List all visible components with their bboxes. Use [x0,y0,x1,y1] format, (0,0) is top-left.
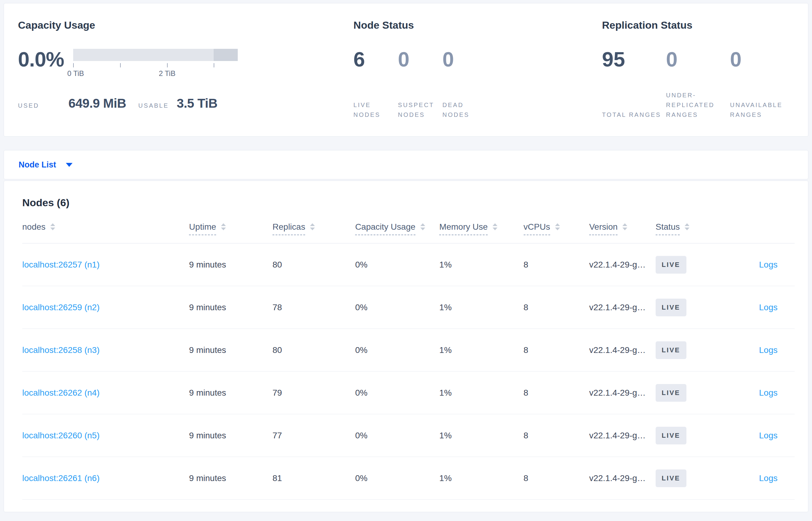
uptime-cell: 9 minutes [189,371,272,414]
unavailable-ranges-label: UNAVAILABLE RANGES [730,100,791,119]
logs-cell: Logs [726,286,795,329]
logs-link[interactable]: Logs [759,473,778,483]
dead-nodes-value: 0 [443,49,487,70]
node-address-cell: localhost:26262 (n4) [22,371,189,414]
capacity-usage-cell: 0% [355,457,439,500]
status-cell: LIVE [655,329,726,371]
version-cell: v22.1.4-29-g… [589,244,655,286]
node-link[interactable]: localhost:26259 (n2) [22,302,100,312]
status-cell: LIVE [655,457,726,500]
node-link[interactable]: localhost:26257 (n1) [22,260,100,269]
column-header-memory-use[interactable]: Memory Use [439,222,523,244]
replicas-cell: 80 [272,329,355,371]
axis-tick [73,63,74,67]
logs-link[interactable]: Logs [759,302,778,312]
vcpus-cell: 8 [524,329,589,371]
capacity-percent-value: 0.0% [18,49,64,70]
memory-use-cell: 1% [439,329,523,371]
column-header-version[interactable]: Version [589,222,655,244]
column-header-status[interactable]: Status [655,222,726,244]
axis-tick-label: 2 TiB [159,69,175,78]
node-address-cell: localhost:26261 (n6) [22,457,189,500]
status-cell: LIVE [655,286,726,329]
table-header-row: nodes Uptime Replicas Capacity Usage Mem… [22,222,795,244]
logs-link[interactable]: Logs [759,260,778,269]
cluster-summary-card: Capacity Usage 0.0% 0 TiB 2 TiB [4,3,808,137]
memory-use-cell: 1% [439,286,523,329]
node-address-cell: localhost:26257 (n1) [22,244,189,286]
node-address-cell: localhost:26258 (n3) [22,329,189,371]
live-nodes-label: LIVE NODES [354,100,398,119]
sort-icon [555,223,560,230]
under-replicated-ranges-value: 0 [666,49,727,70]
dead-nodes-stat: 0 DEAD NODES [443,49,487,119]
node-status-section: Node Status 6 LIVE NODES 0 SUSPECT NODES… [354,19,602,136]
capacity-usage-section: Capacity Usage 0.0% 0 TiB 2 TiB [18,19,354,136]
column-header-vcpus[interactable]: vCPUs [524,222,589,244]
replication-status-section: Replication Status 95 TOTAL RANGES 0 UND… [602,19,794,136]
unavailable-ranges-stat: 0 UNAVAILABLE RANGES [730,49,791,119]
logs-link[interactable]: Logs [759,431,778,440]
replicas-cell: 79 [272,371,355,414]
status-badge: LIVE [655,256,687,274]
total-ranges-stat: 95 TOTAL RANGES [602,49,663,119]
replicas-cell: 78 [272,286,355,329]
version-cell: v22.1.4-29-g… [589,414,655,457]
under-replicated-ranges-stat: 0 UNDER-REPLICATED RANGES [666,49,727,119]
used-value: 649.9 MiB [69,96,126,111]
table-row: localhost:26262 (n4) 9 minutes 79 0% 1% … [22,371,795,414]
memory-use-cell: 1% [439,414,523,457]
column-header-uptime[interactable]: Uptime [189,222,272,244]
usable-label: USABLE [138,102,169,109]
sort-icon [221,223,226,230]
logs-link[interactable]: Logs [759,345,778,355]
version-cell: v22.1.4-29-g… [589,371,655,414]
suspect-nodes-stat: 0 SUSPECT NODES [398,49,443,119]
node-link[interactable]: localhost:26258 (n3) [22,345,100,355]
suspect-nodes-label: SUSPECT NODES [398,100,443,119]
node-link[interactable]: localhost:26260 (n5) [22,431,100,440]
uptime-cell: 9 minutes [189,329,272,371]
capacity-usage-title: Capacity Usage [18,19,354,31]
status-cell: LIVE [655,414,726,457]
view-selector-label[interactable]: Node List [19,160,56,169]
column-header-logs [726,222,795,244]
suspect-nodes-value: 0 [398,49,443,70]
capacity-bar-chart: 0 TiB 2 TiB [73,49,238,78]
logs-cell: Logs [726,329,795,371]
used-label: USED [18,102,39,109]
logs-cell: Logs [726,371,795,414]
table-body: localhost:26257 (n1) 9 minutes 80 0% 1% … [22,244,795,500]
logs-cell: Logs [726,244,795,286]
total-ranges-label: TOTAL RANGES [602,110,663,119]
uptime-cell: 9 minutes [189,457,272,500]
sort-icon [310,223,315,230]
node-link[interactable]: localhost:26261 (n6) [22,473,100,483]
status-badge: LIVE [655,427,687,445]
replicas-cell: 77 [272,414,355,457]
logs-link[interactable]: Logs [759,388,778,398]
nodes-section-title: Nodes (6) [22,197,795,209]
version-cell: v22.1.4-29-g… [589,286,655,329]
capacity-usage-cell: 0% [355,329,439,371]
sort-icon [50,223,55,230]
column-header-nodes[interactable]: nodes [22,222,189,244]
vcpus-cell: 8 [524,286,589,329]
column-header-replicas[interactable]: Replicas [272,222,355,244]
memory-use-cell: 1% [439,371,523,414]
replicas-cell: 81 [272,457,355,500]
capacity-bar-usable-segment [73,49,214,61]
node-address-cell: localhost:26260 (n5) [22,414,189,457]
node-link[interactable]: localhost:26262 (n4) [22,388,100,398]
replication-status-title: Replication Status [602,19,794,31]
table-row: localhost:26261 (n6) 9 minutes 81 0% 1% … [22,457,795,500]
vcpus-cell: 8 [524,371,589,414]
column-header-capacity-usage[interactable]: Capacity Usage [355,222,439,244]
axis-tick-label: 0 TiB [67,69,84,78]
status-badge: LIVE [655,470,687,487]
node-status-title: Node Status [354,19,602,31]
view-selector[interactable]: Node List [4,150,808,179]
status-badge: LIVE [655,341,687,359]
memory-use-cell: 1% [439,244,523,286]
capacity-usage-cell: 0% [355,286,439,329]
